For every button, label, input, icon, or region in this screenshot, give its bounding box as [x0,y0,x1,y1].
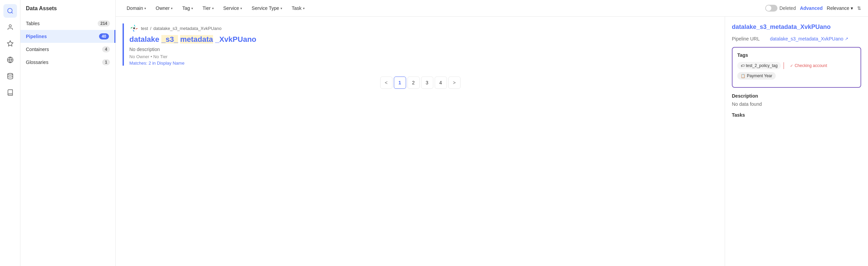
tag-policy-icon: 🏷 [741,64,744,68]
nav-search[interactable] [3,4,17,18]
tag-filter[interactable]: Tag ▾ [178,3,197,13]
filter-bar-right: Deleted Advanced Relevance ▾ ⇅ [765,5,861,12]
result-description: No description [129,47,718,52]
deleted-toggle[interactable]: Deleted [765,5,796,12]
nav-governance[interactable] [3,20,17,34]
description-value: No data found [732,101,861,107]
nav-quality[interactable] [3,37,17,50]
sidebar-item-pipelines[interactable]: Pipelines 40 [20,30,115,43]
external-link-icon: ↗ [845,36,848,41]
pipeline-url-label: Pipeline URL [732,36,766,41]
tag-divider [784,62,784,69]
sidebar-item-glossaries[interactable]: Glossaries 1 [20,56,115,69]
prev-page-button[interactable]: < [380,77,392,89]
sidebar-item-tables[interactable]: Tables 214 [20,17,115,30]
sort-icon[interactable]: ⇅ [857,5,861,11]
svg-point-0 [7,9,12,13]
tasks-section: Tasks [732,112,861,118]
owner-filter[interactable]: Owner ▾ [151,3,177,13]
tag-chevron-icon: ▾ [191,6,193,10]
next-page-button[interactable]: > [448,77,461,89]
domain-chevron-icon: ▾ [144,6,146,10]
pipeline-icon [129,23,139,33]
tier-filter[interactable]: Tier ▾ [198,3,218,13]
detail-title[interactable]: datalake_s3_metadata_XvkPUano [732,23,861,31]
results-panel: test / datalake_s3_metadata_XvkPUano dat… [116,17,725,266]
tag-payment-icon: 📋 [741,74,745,78]
owner-chevron-icon: ▾ [171,6,173,10]
breadcrumb-separator: / [150,26,151,31]
breadcrumb: test / datalake_s3_metadata_XvkPUano [129,23,718,33]
svg-point-7 [133,27,135,29]
tag-policy[interactable]: 🏷 test_2_policy_tag [737,62,781,69]
result-matches: Matches: 2 in Display Name [129,61,718,66]
pipeline-url-value[interactable]: datalake_s3_metadata_XvkPUano ↗ [770,36,848,41]
tags-row: 🏷 test_2_policy_tag ✓ Checking account [737,62,856,69]
result-card: test / datalake_s3_metadata_XvkPUano dat… [123,23,718,66]
sidebar-item-containers[interactable]: Containers 4 [20,43,115,56]
tag-payment[interactable]: 📋 Payment Year [737,72,776,80]
nav-database[interactable] [3,69,17,83]
nav-globe[interactable] [3,53,17,67]
service-chevron-icon: ▾ [240,6,242,10]
sidebar-title: Data Assets [20,5,115,17]
svg-point-2 [9,25,11,27]
tag-checking-icon: ✓ [790,64,793,68]
advanced-button[interactable]: Advanced [800,5,823,11]
nav-book[interactable] [3,86,17,99]
tasks-label: Tasks [732,112,861,118]
tier-chevron-icon: ▾ [212,6,214,10]
description-section: Description No data found [732,93,861,107]
task-chevron-icon: ▾ [303,6,305,10]
task-filter[interactable]: Task ▾ [288,3,309,13]
pipeline-url-row: Pipeline URL datalake_s3_metadata_XvkPUa… [732,36,861,41]
pagination: < 1 2 3 4 > [123,77,718,89]
domain-filter[interactable]: Domain ▾ [123,3,150,13]
app-layout: Data Assets Tables 214 Pipelines 40 Cont… [0,0,868,266]
tags-row-2: 📋 Payment Year [737,72,856,80]
sidebar: Data Assets Tables 214 Pipelines 40 Cont… [20,0,116,266]
result-title[interactable]: datalake _s3_ metadata _XvkPUano [129,35,718,44]
result-meta: No Owner • No Tier [129,54,718,59]
detail-panel: datalake_s3_metadata_XvkPUano Pipeline U… [725,17,868,266]
filter-bar: Domain ▾ Owner ▾ Tag ▾ Tier ▾ Service ▾ … [116,0,868,17]
deleted-toggle-switch[interactable] [765,5,777,12]
svg-line-1 [11,12,13,14]
main-content: Domain ▾ Owner ▾ Tag ▾ Tier ▾ Service ▾ … [116,0,868,266]
description-label: Description [732,93,861,99]
icon-bar [0,0,20,266]
page-4-button[interactable]: 4 [435,77,447,89]
svg-marker-3 [7,41,13,46]
page-2-button[interactable]: 2 [407,77,420,89]
content-area: test / datalake_s3_metadata_XvkPUano dat… [116,17,868,266]
tags-section-title: Tags [737,52,856,58]
svg-point-6 [7,73,13,75]
tags-section: Tags 🏷 test_2_policy_tag ✓ Checking acco… [732,47,861,88]
service-type-filter[interactable]: Service Type ▾ [247,3,286,13]
page-1-button[interactable]: 1 [394,77,406,89]
relevance-chevron-icon: ▾ [851,5,853,11]
service-filter[interactable]: Service ▾ [219,3,246,13]
tag-checking[interactable]: ✓ Checking account [787,62,830,69]
page-3-button[interactable]: 3 [421,77,433,89]
service-type-chevron-icon: ▾ [280,6,282,10]
relevance-button[interactable]: Relevance ▾ [827,5,853,11]
